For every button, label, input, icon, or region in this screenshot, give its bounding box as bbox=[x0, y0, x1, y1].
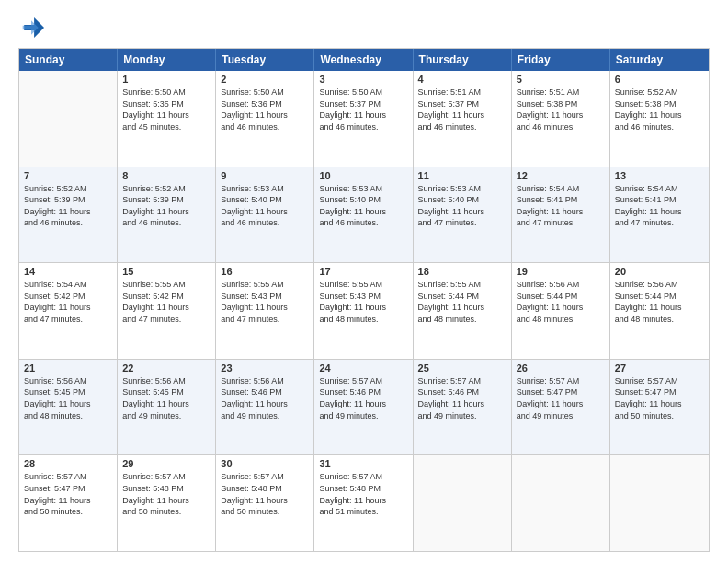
calendar-day-header: Wednesday bbox=[314, 49, 413, 71]
calendar-cell bbox=[19, 71, 118, 167]
calendar-cell: 17Sunrise: 5:55 AM Sunset: 5:43 PM Dayli… bbox=[314, 263, 413, 359]
day-number: 13 bbox=[615, 170, 704, 181]
day-number: 14 bbox=[24, 266, 112, 277]
calendar-week-row: 28Sunrise: 5:57 AM Sunset: 5:47 PM Dayli… bbox=[19, 455, 709, 551]
calendar-day-header: Sunday bbox=[19, 49, 118, 71]
calendar-cell: 27Sunrise: 5:57 AM Sunset: 5:47 PM Dayli… bbox=[610, 360, 709, 455]
calendar-cell: 3Sunrise: 5:50 AM Sunset: 5:37 PM Daylig… bbox=[314, 71, 413, 167]
day-number: 27 bbox=[615, 362, 704, 373]
day-info: Sunrise: 5:56 AM Sunset: 5:45 PM Dayligh… bbox=[24, 375, 112, 421]
logo bbox=[18, 15, 48, 40]
day-number: 2 bbox=[221, 74, 309, 85]
day-info: Sunrise: 5:57 AM Sunset: 5:48 PM Dayligh… bbox=[319, 471, 407, 517]
day-info: Sunrise: 5:54 AM Sunset: 5:42 PM Dayligh… bbox=[24, 279, 112, 325]
day-number: 1 bbox=[122, 74, 210, 85]
day-number: 10 bbox=[319, 170, 407, 181]
day-info: Sunrise: 5:57 AM Sunset: 5:48 PM Dayligh… bbox=[122, 471, 210, 517]
calendar-cell: 31Sunrise: 5:57 AM Sunset: 5:48 PM Dayli… bbox=[314, 455, 413, 551]
calendar-cell: 26Sunrise: 5:57 AM Sunset: 5:47 PM Dayli… bbox=[512, 360, 610, 455]
day-info: Sunrise: 5:57 AM Sunset: 5:47 PM Dayligh… bbox=[517, 375, 605, 421]
calendar-week-row: 21Sunrise: 5:56 AM Sunset: 5:45 PM Dayli… bbox=[19, 360, 709, 456]
day-info: Sunrise: 5:51 AM Sunset: 5:37 PM Dayligh… bbox=[418, 86, 506, 132]
day-number: 20 bbox=[615, 266, 704, 277]
day-number: 18 bbox=[418, 266, 506, 277]
calendar-cell: 4Sunrise: 5:51 AM Sunset: 5:37 PM Daylig… bbox=[414, 71, 512, 167]
day-number: 28 bbox=[24, 458, 112, 469]
day-number: 8 bbox=[122, 170, 210, 181]
day-number: 16 bbox=[221, 266, 309, 277]
day-info: Sunrise: 5:50 AM Sunset: 5:36 PM Dayligh… bbox=[221, 86, 309, 132]
day-number: 7 bbox=[24, 170, 112, 181]
calendar-day-header: Saturday bbox=[610, 49, 709, 71]
day-number: 21 bbox=[24, 362, 112, 373]
day-number: 22 bbox=[122, 362, 210, 373]
day-info: Sunrise: 5:51 AM Sunset: 5:38 PM Dayligh… bbox=[517, 86, 605, 132]
calendar-cell: 10Sunrise: 5:53 AM Sunset: 5:40 PM Dayli… bbox=[314, 167, 413, 263]
calendar-cell: 28Sunrise: 5:57 AM Sunset: 5:47 PM Dayli… bbox=[19, 455, 118, 551]
calendar-cell: 20Sunrise: 5:56 AM Sunset: 5:44 PM Dayli… bbox=[610, 263, 709, 359]
day-info: Sunrise: 5:56 AM Sunset: 5:45 PM Dayligh… bbox=[122, 375, 210, 421]
day-number: 19 bbox=[517, 266, 605, 277]
day-info: Sunrise: 5:52 AM Sunset: 5:38 PM Dayligh… bbox=[615, 86, 704, 132]
calendar-cell: 18Sunrise: 5:55 AM Sunset: 5:44 PM Dayli… bbox=[414, 263, 512, 359]
calendar-day-header: Friday bbox=[512, 49, 610, 71]
calendar-cell: 9Sunrise: 5:53 AM Sunset: 5:40 PM Daylig… bbox=[216, 167, 314, 263]
calendar-cell: 25Sunrise: 5:57 AM Sunset: 5:46 PM Dayli… bbox=[414, 360, 512, 455]
calendar-cell: 2Sunrise: 5:50 AM Sunset: 5:36 PM Daylig… bbox=[216, 71, 314, 167]
day-number: 12 bbox=[517, 170, 605, 181]
calendar-cell: 1Sunrise: 5:50 AM Sunset: 5:35 PM Daylig… bbox=[118, 71, 216, 167]
calendar-cell bbox=[512, 455, 610, 551]
calendar-cell: 24Sunrise: 5:57 AM Sunset: 5:46 PM Dayli… bbox=[314, 360, 413, 455]
day-number: 11 bbox=[418, 170, 506, 181]
calendar-cell bbox=[414, 455, 512, 551]
calendar-week-row: 7Sunrise: 5:52 AM Sunset: 5:39 PM Daylig… bbox=[19, 167, 709, 264]
day-info: Sunrise: 5:55 AM Sunset: 5:44 PM Dayligh… bbox=[418, 279, 506, 325]
calendar-cell: 8Sunrise: 5:52 AM Sunset: 5:39 PM Daylig… bbox=[118, 167, 216, 263]
calendar-cell: 15Sunrise: 5:55 AM Sunset: 5:42 PM Dayli… bbox=[118, 263, 216, 359]
day-info: Sunrise: 5:56 AM Sunset: 5:44 PM Dayligh… bbox=[615, 279, 704, 325]
day-number: 29 bbox=[122, 458, 210, 469]
day-info: Sunrise: 5:57 AM Sunset: 5:47 PM Dayligh… bbox=[615, 375, 704, 421]
day-info: Sunrise: 5:57 AM Sunset: 5:48 PM Dayligh… bbox=[221, 471, 309, 517]
day-number: 3 bbox=[319, 74, 407, 85]
calendar-cell: 5Sunrise: 5:51 AM Sunset: 5:38 PM Daylig… bbox=[512, 71, 610, 167]
day-info: Sunrise: 5:57 AM Sunset: 5:46 PM Dayligh… bbox=[418, 375, 506, 421]
page-header bbox=[18, 15, 710, 40]
day-info: Sunrise: 5:52 AM Sunset: 5:39 PM Dayligh… bbox=[24, 183, 112, 229]
day-number: 15 bbox=[122, 266, 210, 277]
calendar-body: 1Sunrise: 5:50 AM Sunset: 5:35 PM Daylig… bbox=[19, 71, 709, 551]
calendar-cell: 7Sunrise: 5:52 AM Sunset: 5:39 PM Daylig… bbox=[19, 167, 118, 263]
day-number: 23 bbox=[221, 362, 309, 373]
day-info: Sunrise: 5:53 AM Sunset: 5:40 PM Dayligh… bbox=[221, 183, 309, 229]
day-info: Sunrise: 5:55 AM Sunset: 5:43 PM Dayligh… bbox=[221, 279, 309, 325]
day-info: Sunrise: 5:57 AM Sunset: 5:46 PM Dayligh… bbox=[319, 375, 407, 421]
calendar-cell: 21Sunrise: 5:56 AM Sunset: 5:45 PM Dayli… bbox=[19, 360, 118, 455]
calendar-cell: 14Sunrise: 5:54 AM Sunset: 5:42 PM Dayli… bbox=[19, 263, 118, 359]
day-number: 6 bbox=[615, 74, 704, 85]
day-info: Sunrise: 5:53 AM Sunset: 5:40 PM Dayligh… bbox=[319, 183, 407, 229]
day-info: Sunrise: 5:57 AM Sunset: 5:47 PM Dayligh… bbox=[24, 471, 112, 517]
day-info: Sunrise: 5:55 AM Sunset: 5:43 PM Dayligh… bbox=[319, 279, 407, 325]
calendar-cell: 12Sunrise: 5:54 AM Sunset: 5:41 PM Dayli… bbox=[512, 167, 610, 263]
calendar-cell: 13Sunrise: 5:54 AM Sunset: 5:41 PM Dayli… bbox=[610, 167, 709, 263]
day-info: Sunrise: 5:54 AM Sunset: 5:41 PM Dayligh… bbox=[615, 183, 704, 229]
day-number: 31 bbox=[319, 458, 407, 469]
day-info: Sunrise: 5:52 AM Sunset: 5:39 PM Dayligh… bbox=[122, 183, 210, 229]
calendar-cell: 29Sunrise: 5:57 AM Sunset: 5:48 PM Dayli… bbox=[118, 455, 216, 551]
calendar-day-header: Tuesday bbox=[216, 49, 314, 71]
calendar-day-header: Monday bbox=[118, 49, 216, 71]
calendar-cell: 22Sunrise: 5:56 AM Sunset: 5:45 PM Dayli… bbox=[118, 360, 216, 455]
calendar-week-row: 1Sunrise: 5:50 AM Sunset: 5:35 PM Daylig… bbox=[19, 71, 709, 167]
calendar-cell: 19Sunrise: 5:56 AM Sunset: 5:44 PM Dayli… bbox=[512, 263, 610, 359]
calendar-cell: 6Sunrise: 5:52 AM Sunset: 5:38 PM Daylig… bbox=[610, 71, 709, 167]
day-info: Sunrise: 5:55 AM Sunset: 5:42 PM Dayligh… bbox=[122, 279, 210, 325]
calendar-header: SundayMondayTuesdayWednesdayThursdayFrid… bbox=[19, 49, 709, 71]
day-number: 5 bbox=[517, 74, 605, 85]
day-number: 30 bbox=[221, 458, 309, 469]
day-number: 9 bbox=[221, 170, 309, 181]
day-number: 26 bbox=[517, 362, 605, 373]
calendar-cell: 30Sunrise: 5:57 AM Sunset: 5:48 PM Dayli… bbox=[216, 455, 314, 551]
calendar-cell: 23Sunrise: 5:56 AM Sunset: 5:46 PM Dayli… bbox=[216, 360, 314, 455]
calendar-cell: 11Sunrise: 5:53 AM Sunset: 5:40 PM Dayli… bbox=[414, 167, 512, 263]
day-number: 17 bbox=[319, 266, 407, 277]
